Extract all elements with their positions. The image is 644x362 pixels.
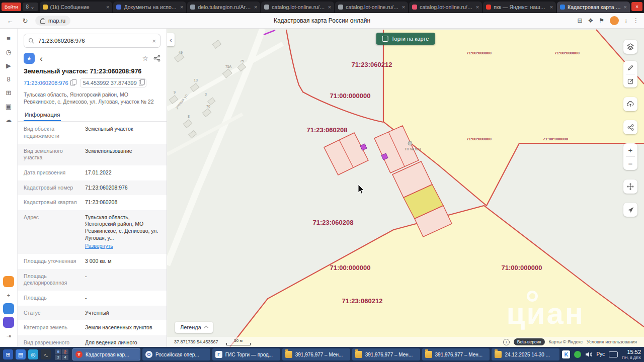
tab-close-icon[interactable]: × (106, 4, 109, 10)
cadastral-number-link[interactable]: 71:23:060208:976 (24, 80, 75, 86)
browser-tab[interactable]: (1k) Сообщение × (40, 2, 113, 13)
tab-title: пкк — Яндекс: нашлос... (494, 4, 547, 10)
panel-collapse-button[interactable]: ‹ (167, 33, 175, 46)
panel-back-icon[interactable]: ‹ (40, 54, 43, 63)
favorite-star-icon[interactable]: ☆ (142, 54, 148, 62)
map-copyright: Карты © Яндекс (549, 339, 583, 344)
desktop-pager[interactable]: 2 3 4 (55, 349, 68, 360)
browser-tab[interactable]: delo.tularegion.ru/Arm... × (187, 2, 260, 13)
speaker-icon[interactable] (585, 351, 592, 357)
legend-button[interactable]: Легенда (175, 322, 213, 333)
tab-count-badge[interactable]: 8 (3, 73, 14, 84)
cloud-icon[interactable]: ☁ (3, 114, 14, 125)
scan-icon[interactable]: ▣ (3, 101, 14, 112)
taskbar-task[interactable]: 391,976,977 – Мен... (282, 348, 350, 360)
locate-button[interactable] (623, 203, 637, 217)
expand-link[interactable]: Развернуть (85, 243, 160, 250)
pan-button[interactable] (623, 179, 637, 194)
taskbar-task[interactable]: ГИС Торги — прод... (212, 348, 280, 360)
desktop-4[interactable]: 4 (62, 355, 68, 360)
layers-button[interactable] (623, 40, 637, 54)
torgi-map-button[interactable]: Торги на карте (376, 33, 435, 45)
browser-logo-icon[interactable] (3, 303, 14, 314)
pkk-logo-icon[interactable]: ★ (24, 53, 35, 64)
zoom-in-button[interactable]: + (623, 143, 637, 156)
map-share-button[interactable] (623, 120, 637, 134)
k-app-icon[interactable]: K (562, 350, 570, 358)
clear-search-icon[interactable]: × (152, 37, 156, 45)
menu-dots-icon[interactable]: ⋮ (633, 17, 639, 24)
tab-information[interactable]: Информация (24, 109, 61, 121)
extensions-icon[interactable]: ❖ (588, 17, 593, 24)
upload-button[interactable] (623, 97, 637, 111)
draw-button[interactable] (623, 61, 637, 74)
add-icon[interactable]: + (3, 290, 14, 301)
info-label: Вид земельного участка (24, 148, 80, 161)
search-box[interactable]: × (24, 34, 160, 48)
search-input[interactable] (37, 37, 149, 44)
bookmark-flag-icon[interactable]: ⚑ (599, 17, 604, 24)
browser-tab[interactable]: пкк — Яндекс: нашлос... × (483, 2, 556, 13)
play-icon[interactable]: ▶ (3, 60, 14, 71)
apps-grid-icon[interactable]: ⊞ (577, 17, 582, 24)
location-arrow-icon (627, 207, 634, 213)
zoom-out-button[interactable]: − (623, 157, 637, 170)
tab-close-icon[interactable]: × (402, 4, 405, 10)
window-close-button[interactable]: ✕ (631, 2, 642, 11)
keyboard-icon[interactable] (609, 351, 618, 357)
download-icon[interactable]: ↓ (624, 17, 627, 24)
clock[interactable]: 15:52 ПН, 8 ДЕК (622, 349, 641, 360)
tab-close-icon[interactable]: × (550, 4, 553, 10)
history-icon[interactable]: ◷ (3, 46, 14, 57)
terminal-button[interactable]: >_ (41, 349, 51, 359)
desktop-3[interactable]: 3 (55, 355, 61, 360)
collapse-panel-icon[interactable]: ⇥ (3, 330, 14, 341)
messenger-icon[interactable] (3, 276, 14, 287)
taskbar-task[interactable]: Кадастровая кар... (72, 348, 140, 360)
task-icon (145, 351, 152, 358)
profile-avatar[interactable] (610, 16, 619, 25)
apps-grid-icon[interactable]: ⊞ (3, 87, 14, 98)
menu-icon[interactable]: ≡ (3, 33, 14, 44)
browser-tab[interactable]: catalog.lot-online.ru/in... × (261, 2, 334, 13)
edit-button[interactable] (623, 74, 637, 87)
terms-link[interactable]: Условия использования (587, 339, 637, 344)
copy-icon[interactable] (70, 80, 75, 85)
keyboard-layout[interactable]: Рус (596, 351, 605, 357)
tab-close-icon[interactable]: × (254, 4, 257, 10)
back-icon[interactable]: ← (5, 17, 15, 25)
browser-launcher-button[interactable]: ◎ (28, 349, 38, 359)
browser-tab[interactable]: catalog.lot-online.ru/in... × (409, 2, 482, 13)
app-icon[interactable] (3, 317, 14, 328)
scale-bar: 50 м (226, 338, 251, 345)
taskbar-task[interactable]: Российская опер... (142, 348, 210, 360)
info-row: Площадь декларированная - (18, 269, 167, 291)
info-label: Кадастровый номер (24, 185, 80, 192)
tab-close-icon[interactable]: × (624, 4, 627, 10)
date: ПН, 8 ДЕК (622, 355, 641, 360)
refresh-icon[interactable]: ↻ (20, 17, 30, 25)
share-icon[interactable] (153, 55, 160, 62)
desktop-2[interactable]: 2 (62, 349, 68, 354)
coordinates-chip[interactable]: 54.453992 37.874399 (80, 78, 146, 87)
copy-icon[interactable] (139, 80, 143, 85)
info-icon[interactable]: i (503, 339, 510, 345)
taskbar-task[interactable]: 391,976,977 – Мен... (352, 348, 420, 360)
green-status-icon[interactable] (574, 351, 581, 358)
tab-close-icon[interactable]: × (476, 4, 479, 10)
desktop-1[interactable] (55, 349, 61, 354)
address-bar[interactable]: map.ru (35, 16, 70, 26)
taskbar-task[interactable]: 391,976,977 – Мен... (422, 348, 490, 360)
browser-tab[interactable]: catalog.lot-online.ru/in... × (335, 2, 408, 13)
map-canvas[interactable]: 49 75А 75 13 9 3 70 8 уговая ул. (167, 29, 644, 347)
browser-tab[interactable]: Кадастровая карта Р... × (557, 2, 630, 13)
browser-login-button[interactable]: Войти (2, 3, 21, 11)
taskbar-task[interactable]: 24.12.2025 14-30 ... (492, 348, 559, 360)
tab-close-icon[interactable]: × (328, 4, 331, 10)
start-menu-button[interactable]: ⊞ (3, 349, 13, 359)
tab-count-chip[interactable]: 8 ⌄ (23, 3, 38, 11)
tab-close-icon[interactable]: × (180, 4, 183, 10)
file-manager-button[interactable]: ▤ (16, 349, 26, 359)
edit-note-icon (627, 78, 634, 84)
browser-tab[interactable]: Документы на исполн... × (113, 2, 186, 13)
